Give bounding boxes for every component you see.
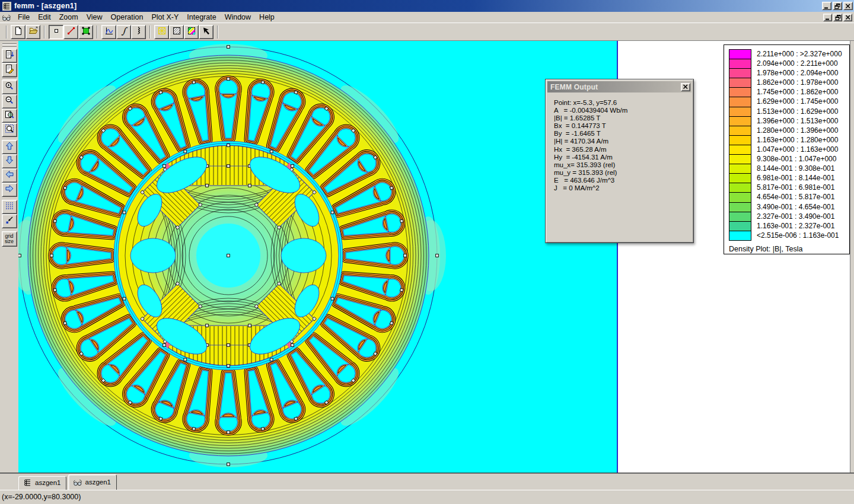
pan-down-button[interactable] (2, 154, 17, 168)
side-toolbar: grid size (0, 41, 18, 473)
line-icon (66, 26, 76, 38)
legend-row: 2.094e+000 : 2.211e+000 (729, 59, 849, 68)
legend-label: 1.629e+000 : 1.745e+000 (757, 97, 838, 106)
legend-row: 1.745e+000 : 1.862e+000 (729, 87, 849, 97)
legend-label: 2.094e+000 : 2.211e+000 (757, 59, 838, 68)
child-minimize-button[interactable] (823, 14, 832, 21)
output-line: By = -1.6465 T (554, 130, 693, 138)
zoom-out-button[interactable] (2, 94, 17, 109)
show-vectors-button[interactable] (199, 25, 214, 39)
arrow-left-icon (5, 170, 14, 181)
sidebar-handle (2, 46, 17, 48)
toolbar-separator (217, 25, 218, 39)
menu-item-edit[interactable]: Edit (34, 12, 55, 22)
snap-grid-button[interactable] (2, 214, 17, 228)
point-mode-button[interactable] (49, 25, 63, 39)
legend-swatch (729, 231, 751, 241)
legend-swatch (729, 145, 751, 155)
legend-swatch (729, 135, 751, 145)
legend-label: 8.144e-001 : 9.308e-001 (757, 164, 834, 173)
toolbar-separator (44, 25, 45, 39)
menu-bar: FileEditZoomViewOperationPlot X-YIntegra… (0, 12, 854, 23)
zoom-out-icon (5, 95, 14, 107)
child-restore-button[interactable] (833, 14, 842, 21)
menu-item-operation[interactable]: Operation (107, 12, 148, 22)
legend-label: 1.862e+000 : 1.978e+000 (757, 78, 838, 87)
child-close-button[interactable] (843, 14, 852, 21)
grid-toggle-button[interactable] (2, 200, 17, 214)
output-line: Hy = -4154.31 A/m (554, 154, 693, 161)
open-file-button[interactable] (26, 25, 40, 39)
line-integral-button[interactable]: ∫ (116, 25, 131, 39)
output-line: E = 463.646 J/m^3 (554, 177, 693, 184)
app-coil-icon (2, 2, 11, 11)
close-button[interactable] (843, 2, 853, 10)
output-line: A = -0.00439404 Wb/m (554, 107, 693, 114)
legend-swatch (729, 164, 751, 174)
status-bar: (x=-29.0000,y=80.3000) (0, 490, 854, 504)
pan-left-button[interactable] (2, 168, 17, 183)
show-mesh-button[interactable] (154, 25, 169, 39)
legend-swatch (729, 183, 751, 193)
femm-output-title: FEMM Output (550, 83, 681, 91)
cursor-coordinates: (x=-29.0000,y=80.3000) (2, 493, 81, 501)
output-line: J = 0 MA/m^2 (554, 184, 693, 192)
toolbar-handle (6, 25, 7, 39)
legend-row: 3.490e-001 : 4.654e-001 (729, 202, 849, 212)
line-mode-button[interactable] (63, 25, 78, 39)
zoom-in-button[interactable] (2, 80, 17, 94)
menu-item-plot-x-y[interactable]: Plot X-Y (147, 12, 183, 22)
legend-row: 1.047e+000 : 1.163e+000 (729, 145, 849, 154)
app-window: femm - [aszgen1] FileEditZoomViewOperati… (0, 0, 854, 504)
glasses-icon[interactable] (2, 12, 11, 22)
pointer-icon (202, 26, 211, 38)
legend-label: 1.396e+000 : 1.513e+000 (757, 116, 838, 126)
legend-row: 1.163e+000 : 1.280e+000 (729, 135, 849, 145)
area-mode-button[interactable] (78, 25, 93, 39)
menu-item-help[interactable]: Help (255, 12, 279, 22)
document-tab-aszgen1-active[interactable]: aszgen1 (68, 474, 116, 490)
density-plot-button[interactable] (184, 25, 199, 39)
new-file-button[interactable] (11, 25, 26, 39)
title-bar[interactable]: femm - [aszgen1] (0, 0, 854, 12)
menu-item-file[interactable]: File (14, 12, 34, 22)
pan-right-button[interactable] (2, 183, 17, 197)
edit-values-button[interactable] (2, 63, 17, 77)
legend-row: <2.515e-006 : 1.163e-001 (729, 231, 849, 240)
open-folder-icon (28, 26, 38, 38)
document-tab-aszgen1[interactable]: aszgen1 (18, 476, 66, 490)
femm-output-title-bar[interactable]: FEMM Output (547, 81, 692, 92)
menu-item-integrate[interactable]: Integrate (183, 12, 220, 22)
legend-swatch (729, 59, 751, 69)
legend-row: 1.513e+000 : 1.629e+000 (729, 107, 849, 116)
legend-label: 2.327e-001 : 3.490e-001 (757, 212, 834, 221)
legend-row: 1.396e+000 : 1.513e+000 (729, 116, 849, 126)
restore-button[interactable] (833, 2, 842, 10)
window-edge (850, 41, 854, 473)
point-icon (52, 26, 61, 38)
legend-label: 1.513e+000 : 1.629e+000 (757, 107, 838, 116)
zoom-window-button[interactable] (2, 123, 17, 137)
minimize-button[interactable] (822, 2, 831, 10)
point-values-button[interactable] (2, 49, 17, 63)
zoom-extents-button[interactable] (2, 109, 17, 123)
legend-row: 1.280e+000 : 1.396e+000 (729, 126, 849, 135)
menu-item-zoom[interactable]: Zoom (55, 12, 82, 22)
pan-up-button[interactable] (2, 140, 17, 154)
legend-swatch (729, 49, 751, 59)
block-integral-button[interactable] (131, 25, 146, 39)
menu-item-view[interactable]: View (82, 12, 107, 22)
menu-item-window[interactable]: Window (221, 12, 255, 22)
legend-swatch (729, 221, 751, 231)
hatch-icon (172, 26, 181, 38)
grid-size-button[interactable]: grid size (2, 231, 17, 247)
contour-plot-button[interactable] (169, 25, 184, 39)
legend-row: 1.629e+000 : 1.745e+000 (729, 97, 849, 106)
tab-label: aszgen1 (35, 479, 60, 486)
density-plot-canvas[interactable] (18, 41, 618, 473)
xy-plot-button[interactable] (101, 25, 116, 39)
output-line: mu_x= 315.393 (rel) (554, 161, 693, 169)
legend-row: 1.978e+000 : 2.094e+000 (729, 68, 849, 78)
femm-output-close-button[interactable] (681, 83, 690, 91)
output-line: |B| = 1.65285 T (554, 114, 693, 122)
